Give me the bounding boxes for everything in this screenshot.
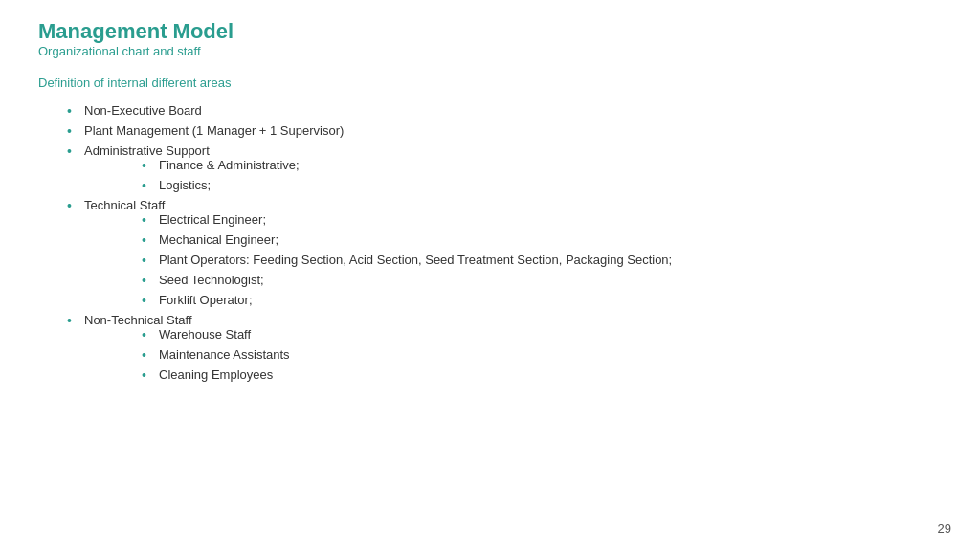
list-item-electrical-engineer: Electrical Engineer;	[142, 212, 942, 227]
slide: Management Model Organizational chart an…	[0, 0, 980, 551]
list-item-mechanical-engineer: Mechanical Engineer;	[142, 232, 942, 247]
page-number: 29	[938, 521, 951, 536]
list-item-non-technical-staff: Non-Technical Staff Warehouse Staff Main…	[67, 313, 942, 382]
section-label: Definition of internal different areas	[38, 76, 942, 90]
list-item-non-executive-board: Non-Executive Board	[67, 103, 942, 118]
main-list: Non-Executive Board Plant Management (1 …	[38, 103, 942, 382]
administrative-support-sublist: Finance & Administrative; Logistics;	[84, 158, 942, 192]
header: Management Model Organizational chart an…	[38, 19, 942, 58]
list-item-cleaning-employees: Cleaning Employees	[142, 367, 942, 382]
list-item-plant-management: Plant Management (1 Manager + 1 Supervis…	[67, 123, 942, 138]
non-technical-staff-sublist: Warehouse Staff Maintenance Assistants C…	[84, 327, 942, 382]
list-item-maintenance-assistants: Maintenance Assistants	[142, 347, 942, 362]
list-item-seed-technologist: Seed Technologist;	[142, 273, 942, 287]
list-item-administrative-support: Administrative Support Finance & Adminis…	[67, 143, 942, 192]
list-item-finance: Finance & Administrative;	[142, 158, 942, 172]
list-item-warehouse-staff: Warehouse Staff	[142, 327, 942, 342]
list-item-technical-staff: Technical Staff Electrical Engineer; Mec…	[67, 198, 942, 307]
main-title: Management Model	[38, 19, 942, 44]
list-item-forklift-operator: Forklift Operator;	[142, 293, 942, 307]
list-item-logistics: Logistics;	[142, 178, 942, 192]
subtitle: Organizational chart and staff	[38, 44, 942, 58]
list-item-plant-operators: Plant Operators: Feeding Section, Acid S…	[142, 253, 942, 267]
technical-staff-sublist: Electrical Engineer; Mechanical Engineer…	[84, 212, 942, 307]
